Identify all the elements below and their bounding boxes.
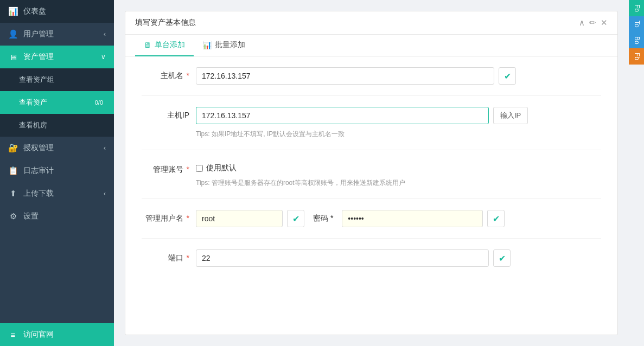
sidebar-item-upload-download[interactable]: ⬆ 上传下载 ‹ [0,182,114,205]
auth-mgmt-arrow: ‹ [104,144,106,152]
port-row: 端口 * ✔ [142,249,601,278]
admin-username-required: * [187,214,189,222]
upload-icon: ⬆ [8,189,18,198]
admin-account-row: 管理账号 * 使用默认 Tips: 管理账号是服务器存在的root等高权限账号，… [142,161,601,199]
log-icon: 📋 [8,166,18,176]
sidebar-item-asset-group-label: 查看资产组 [19,75,54,85]
sidebar-item-view-assets[interactable]: 查看资产 0/0 [0,91,114,114]
admin-account-tip: Tips: 管理账号是服务器存在的root等高权限账号，用来推送新建系统用户 [196,178,601,188]
batch-add-icon: 📊 [202,41,212,49]
right-panel-item-fb1[interactable]: Fb [629,0,644,16]
admin-account-checkbox[interactable] [196,165,203,172]
sidebar-item-machine-room[interactable]: 查看机房 [0,114,114,137]
right-panel-item-bo[interactable]: Bo [629,32,644,49]
hostname-control: ✔ [196,67,601,85]
right-panel-item-fb2[interactable]: Fb [629,48,644,65]
sidebar-item-asset-mgmt-label: 资产管理 [23,52,54,62]
user-mgmt-arrow: ‹ [104,30,106,38]
upload-arrow: ‹ [104,190,106,197]
hostname-verify-btn[interactable]: ✔ [499,67,516,85]
auth-icon: 🔐 [8,143,18,153]
main-content: 填写资产基本信息 ∧ ✏ ✕ 🖥 单台添加 📊 批量添加 主机名 [114,0,644,346]
panel-header-actions: ∧ ✏ ✕ [579,18,608,28]
panel-close-icon[interactable]: ✕ [601,18,608,28]
sidebar-item-log-audit[interactable]: 📋 日志审计 [0,159,114,182]
admin-account-checkbox-wrap[interactable]: 使用默认 [196,163,601,173]
asset-submenu: 查看资产组 查看资产 0/0 查看机房 [0,68,114,137]
asset-icon: 🖥 [8,53,18,62]
admin-account-control: 使用默认 Tips: 管理账号是服务器存在的root等高权限账号，用来推送新建系… [196,161,601,188]
port-control: ✔ [196,249,601,267]
view-assets-badge: 0/0 [92,99,106,106]
admin-username-control: ✔ 密码 * ✔ [196,210,601,227]
sidebar-item-settings[interactable]: ⚙ 设置 [0,205,114,228]
host-ip-input[interactable] [196,107,489,124]
password-verify-icon: ✔ [493,214,500,224]
admin-username-input[interactable] [196,210,283,227]
sidebar-item-settings-label: 设置 [23,212,39,221]
sidebar-item-user-mgmt[interactable]: 👤 用户管理 ‹ [0,23,114,46]
sidebar-item-auth-mgmt[interactable]: 🔐 授权管理 ‹ [0,137,114,159]
hostname-label: 主机名 * [142,67,196,81]
panel-up-icon[interactable]: ∧ [579,18,585,28]
form-panel: 填写资产基本信息 ∧ ✏ ✕ 🖥 单台添加 📊 批量添加 主机名 [125,11,618,335]
settings-icon: ⚙ [8,212,18,221]
port-verify-btn[interactable]: ✔ [493,249,511,267]
hostname-input[interactable] [196,67,494,85]
tab-single-add[interactable]: 🖥 单台添加 [135,35,194,56]
admin-username-verify-icon: ✔ [292,214,299,224]
form-panel-header: 填写资产基本信息 ∧ ✏ ✕ [125,11,617,35]
tab-batch-add[interactable]: 📊 批量添加 [194,35,254,56]
sidebar-item-user-mgmt-label: 用户管理 [23,29,54,39]
sidebar-item-asset-mgmt[interactable]: 🖥 资产管理 ∨ [0,46,114,68]
host-ip-row: 主机IP 输入IP Tips: 如果IP地址不填写, IP默认会设置与主机名一致 [142,107,601,150]
asset-mgmt-arrow: ∨ [101,53,106,61]
single-add-icon: 🖥 [144,41,151,49]
host-ip-control: 输入IP Tips: 如果IP地址不填写, IP默认会设置与主机名一致 [196,107,601,139]
host-ip-tip: Tips: 如果IP地址不填写, IP默认会设置与主机名一致 [196,130,601,139]
form-tabs: 🖥 单台添加 📊 批量添加 [125,35,617,56]
sidebar-item-asset-group[interactable]: 查看资产组 [0,68,114,91]
sidebar: 📊 仪表盘 👤 用户管理 ‹ 🖥 资产管理 ∨ 查看资产组 查看资产 0/0 查… [0,0,114,346]
hostname-required: * [187,71,189,80]
admin-username-label: 管理用户名 * [142,210,196,223]
password-input[interactable] [342,210,483,227]
sidebar-item-auth-mgmt-label: 授权管理 [23,143,54,153]
port-input-row: ✔ [196,249,601,267]
right-panel: Fb To Bo Fb [629,0,644,346]
panel-edit-icon[interactable]: ✏ [589,18,596,28]
sidebar-item-log-audit-label: 日志审计 [23,166,54,176]
form-body: 主机名 * ✔ 主机IP [125,56,617,299]
host-ip-input-row: 输入IP [196,107,601,124]
form-panel-title: 填写资产基本信息 [135,18,196,28]
hostname-input-row: ✔ [196,67,601,85]
admin-username-verify-btn[interactable]: ✔ [287,210,304,227]
port-verify-icon: ✔ [499,253,506,264]
admin-account-label: 管理账号 * [142,161,196,175]
tab-single-add-label: 单台添加 [155,40,185,50]
tab-batch-add-label: 批量添加 [215,40,245,50]
port-label: 端口 * [142,249,196,263]
sidebar-item-dashboard[interactable]: 📊 仪表盘 [0,0,114,23]
sidebar-item-machine-room-label: 查看机房 [19,120,47,130]
user-icon: 👤 [8,29,18,39]
dashboard-icon: 📊 [8,7,18,16]
visit-icon: ≡ [8,330,18,339]
admin-account-required: * [187,165,189,174]
right-panel-item-to[interactable]: To [629,16,644,32]
port-input[interactable] [196,249,489,267]
sidebar-item-upload-download-label: 上传下载 [23,189,54,198]
sidebar-item-visit-official[interactable]: ≡ 访问官网 [0,323,114,346]
password-verify-btn[interactable]: ✔ [487,210,505,227]
sidebar-item-visit-official-label: 访问官网 [23,330,54,339]
input-ip-button[interactable]: 输入IP [493,107,528,124]
admin-username-field-group: ✔ 密码 * ✔ [196,210,601,227]
hostname-row: 主机名 * ✔ [142,67,601,96]
admin-account-checkbox-label: 使用默认 [206,163,237,173]
sidebar-item-view-assets-label: 查看资产 [19,98,47,107]
port-required: * [187,253,189,262]
password-inline-label: 密码 * [309,214,337,223]
sidebar-item-dashboard-label: 仪表盘 [23,7,46,16]
hostname-verify-icon: ✔ [504,71,511,81]
admin-username-row: 管理用户名 * ✔ 密码 * [142,210,601,239]
